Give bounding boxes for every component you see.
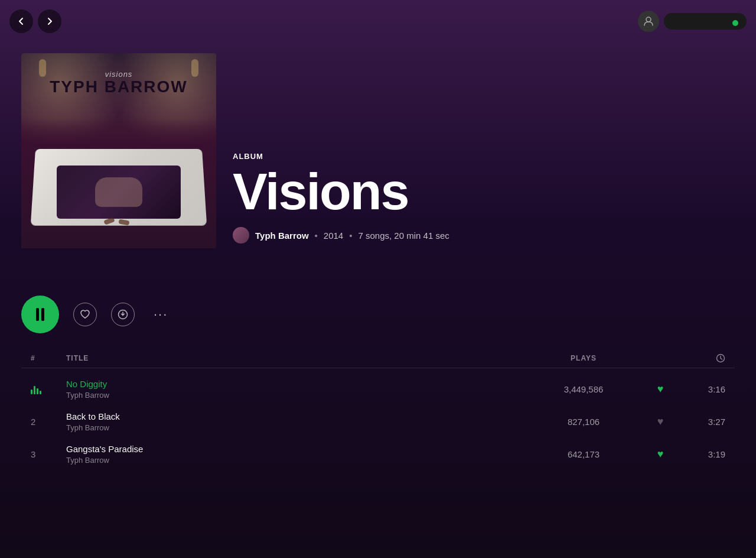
track-duration-3: 3:19	[678, 449, 725, 459]
album-meta: Typh Barrow • 2014 • 7 songs, 20 min 41 …	[233, 227, 735, 244]
track-number-1	[31, 385, 66, 394]
album-info: ALBUM Visions Typh Barrow • 2014 • 7 son…	[233, 152, 735, 248]
track-info-1: No Diggity Typh Barrow	[66, 379, 524, 400]
pause-button[interactable]	[21, 296, 59, 333]
track-heart-3[interactable]: ♥	[643, 448, 678, 460]
col-title-header: TITLE	[66, 354, 524, 362]
meta-separator-1: •	[315, 231, 318, 241]
user-area	[638, 11, 747, 32]
album-song-count: 7 songs, 20 min 41 sec	[358, 231, 449, 241]
playing-bars-icon	[31, 385, 41, 394]
track-plays-3: 642,173	[524, 449, 643, 459]
album-art-text: visions TYPH BARROW	[21, 70, 216, 95]
notification-dot	[732, 20, 738, 26]
clock-icon	[716, 353, 725, 363]
nav-arrows	[9, 9, 61, 33]
user-icon	[638, 11, 659, 32]
track-plays-2: 827,106	[524, 417, 643, 427]
track-name-1: No Diggity	[66, 379, 524, 389]
meta-separator-2: •	[349, 231, 352, 241]
track-name-3: Gangsta's Paradise	[66, 444, 524, 454]
download-button[interactable]	[111, 303, 135, 326]
track-duration-2: 3:27	[678, 417, 725, 427]
track-heart-1[interactable]: ♥	[643, 383, 678, 395]
album-type-label: ALBUM	[233, 152, 735, 161]
table-row[interactable]: 2 Back to Black Typh Barrow 827,106 ♥ 3:…	[21, 405, 735, 438]
track-artist-2: Typh Barrow	[66, 423, 524, 432]
like-button[interactable]	[73, 303, 97, 326]
track-name-2: Back to Black	[66, 411, 524, 421]
track-heart-2[interactable]: ♥	[643, 416, 678, 428]
track-number-2: 2	[31, 417, 66, 427]
forward-button[interactable]	[38, 9, 61, 33]
more-options-button[interactable]: ···	[149, 302, 172, 327]
track-list: # TITLE PLAYS No Diggity Typh Barrow 3,4…	[21, 349, 735, 471]
table-row[interactable]: 3 Gangsta's Paradise Typh Barrow 642,173…	[21, 438, 735, 471]
artist-avatar	[233, 227, 249, 244]
svg-point-0	[646, 17, 651, 22]
track-duration-1: 3:16	[678, 384, 725, 394]
track-plays-1: 3,449,586	[524, 384, 643, 394]
back-button[interactable]	[9, 9, 33, 33]
album-year: 2014	[324, 231, 343, 241]
album-art-artist: TYPH BARROW	[21, 79, 216, 95]
track-artist-3: Typh Barrow	[66, 456, 524, 465]
artist-name[interactable]: Typh Barrow	[255, 231, 309, 241]
col-num-header: #	[31, 354, 66, 362]
col-plays-header: PLAYS	[524, 354, 643, 362]
table-row[interactable]: No Diggity Typh Barrow 3,449,586 ♥ 3:16	[21, 373, 735, 405]
heart-empty-icon: ♥	[657, 416, 664, 428]
album-art: visions TYPH BARROW	[21, 53, 216, 248]
top-navigation	[9, 9, 747, 33]
track-list-header: # TITLE PLAYS	[21, 349, 735, 368]
album-header: visions TYPH BARROW ALBUM Visions Typh B…	[21, 53, 735, 248]
track-info-3: Gangsta's Paradise Typh Barrow	[66, 444, 524, 465]
heart-filled-icon-3: ♥	[657, 448, 664, 460]
album-title: Visions	[233, 166, 735, 218]
track-artist-1: Typh Barrow	[66, 391, 524, 400]
col-duration-header	[678, 353, 725, 363]
pause-icon	[36, 308, 44, 321]
heart-filled-icon: ♥	[657, 383, 664, 395]
track-info-2: Back to Black Typh Barrow	[66, 411, 524, 432]
track-number-3: 3	[31, 449, 66, 459]
controls-bar: ···	[21, 296, 172, 333]
